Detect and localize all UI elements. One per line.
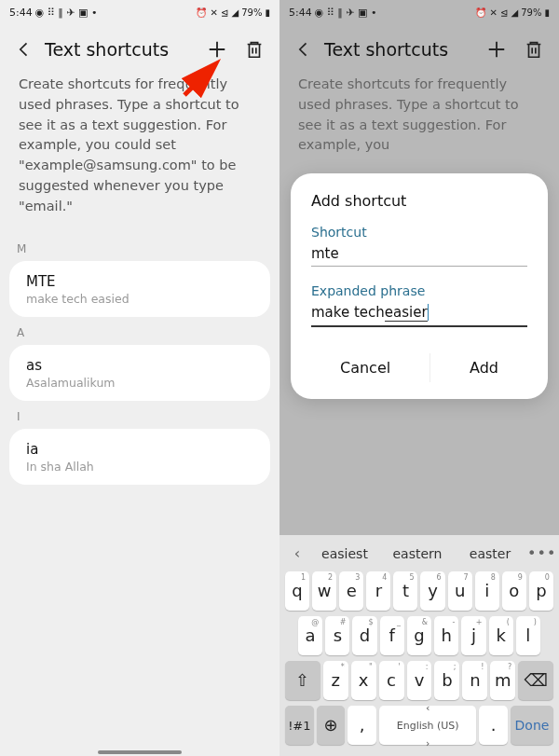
page-title: Text shortcuts [45, 39, 196, 60]
keyboard: ‹ easiest eastern easter ••• 1q2w3e4r5t6… [280, 535, 559, 756]
suggestion-bar: ‹ easiest eastern easter ••• [283, 535, 555, 571]
key-t[interactable]: 5t [393, 571, 417, 611]
description-text: Create shortcuts for frequently used phr… [280, 75, 559, 172]
expanded-input[interactable]: make tech easier [311, 302, 527, 327]
header: Text shortcuts [280, 22, 559, 75]
section-label: I [0, 401, 280, 429]
key-row: ⇧ *z"x'c:v;b!n?m ⌫ [283, 661, 555, 700]
status-icons-right: ⏰ ✕ ⊴ ◢ [475, 7, 518, 18]
divider [429, 353, 430, 382]
status-bar: 5:44 ◉ ⠿ ‖ ✈ ▣ • ⏰ ✕ ⊴ ◢ 79% ▮ [0, 0, 280, 22]
key-v[interactable]: :v [407, 661, 432, 700]
cursor-icon [428, 304, 429, 321]
symbols-key[interactable]: !#1 [285, 706, 314, 745]
suggestion-more-icon[interactable]: ••• [527, 544, 552, 562]
key-d[interactable]: $d [352, 616, 376, 655]
key-e[interactable]: 3e [339, 571, 363, 611]
battery-text: 79% [241, 7, 262, 18]
shortcut-input[interactable] [311, 243, 527, 267]
key-y[interactable]: 6y [420, 571, 444, 611]
globe-key[interactable]: ⊕ [317, 706, 346, 745]
key-w[interactable]: 2w [312, 571, 336, 611]
annotation-arrow [177, 47, 233, 103]
battery-icon: ▮ [265, 7, 270, 18]
key-c[interactable]: 'c [379, 661, 404, 700]
shift-key[interactable]: ⇧ [285, 661, 320, 700]
clock: 5:44 [289, 7, 312, 19]
key-k[interactable]: (k [489, 616, 513, 655]
key-row: !#1 ⊕ , ‹English (US)› . Done [283, 706, 555, 745]
section-label: A [0, 317, 280, 345]
key-a[interactable]: @a [298, 616, 322, 655]
nav-handle[interactable] [98, 750, 182, 754]
shortcut-phrase: In sha Allah [26, 460, 253, 474]
key-z[interactable]: *z [323, 661, 348, 700]
back-icon[interactable] [294, 40, 313, 59]
expanded-field-label: Expanded phrase [311, 283, 527, 298]
space-key[interactable]: ‹English (US)› [379, 706, 476, 745]
description-text: Create shortcuts for frequently used phr… [0, 75, 280, 233]
section-label: M [0, 233, 280, 261]
add-shortcut-dialog: Add shortcut Shortcut Expanded phrase ma… [291, 173, 548, 399]
key-m[interactable]: ?m [490, 661, 515, 700]
battery-icon: ▮ [544, 7, 550, 18]
shortcut-field-label: Shortcut [311, 225, 527, 240]
key-n[interactable]: !n [462, 661, 487, 700]
key-f[interactable]: _f [380, 616, 404, 655]
key-h[interactable]: -h [434, 616, 458, 655]
comma-key[interactable]: , [348, 706, 376, 745]
key-g[interactable]: &g [407, 616, 431, 655]
add-icon[interactable] [486, 39, 507, 60]
suggestion[interactable]: easiest [309, 546, 380, 561]
key-b[interactable]: ;b [434, 661, 459, 700]
key-q[interactable]: 1q [285, 571, 309, 611]
key-x[interactable]: "x [351, 661, 376, 700]
suggestion-back-icon[interactable]: ‹ [287, 544, 307, 562]
key-s[interactable]: #s [325, 616, 349, 655]
key-p[interactable]: 0p [529, 571, 553, 611]
back-icon[interactable] [15, 40, 34, 59]
status-icons-left: ◉ ⠿ ‖ ✈ ▣ • [315, 7, 377, 19]
cancel-button[interactable]: Cancel [321, 353, 409, 382]
key-u[interactable]: 7u [448, 571, 472, 611]
status-icons-right: ⏰ ✕ ⊴ ◢ [196, 7, 239, 18]
key-j[interactable]: +j [461, 616, 485, 655]
key-l[interactable]: )l [516, 616, 540, 655]
suggestion[interactable]: easter [455, 546, 525, 561]
key-r[interactable]: 4r [366, 571, 390, 611]
header: Text shortcuts [0, 22, 280, 75]
battery-text: 79% [521, 7, 541, 18]
backspace-key[interactable]: ⌫ [518, 661, 553, 700]
page-title: Text shortcuts [324, 39, 475, 60]
status-icons-left: ◉ ⠿ ‖ ✈ ▣ • [35, 7, 98, 19]
done-key[interactable]: Done [511, 706, 553, 745]
clock: 5:44 [9, 7, 33, 19]
shortcut-item[interactable]: MTE make tech easied [9, 261, 270, 317]
shortcut-title: ia [26, 441, 253, 458]
delete-icon[interactable] [524, 39, 544, 60]
svg-line-1 [184, 65, 214, 95]
shortcut-item[interactable]: as Asalamualikum [9, 345, 270, 401]
key-row: @a#s$d_f&g-h+j(k)l [283, 616, 555, 655]
key-row: 1q2w3e4r5t6y7u8i9o0p [283, 571, 555, 611]
shortcut-title: MTE [26, 273, 253, 290]
status-bar: 5:44 ◉ ⠿ ‖ ✈ ▣ • ⏰ ✕ ⊴ ◢ 79% ▮ [280, 0, 559, 22]
period-key[interactable]: . [479, 706, 508, 745]
shortcut-phrase: make tech easied [26, 292, 253, 306]
key-i[interactable]: 8i [475, 571, 499, 611]
shortcut-title: as [26, 357, 253, 374]
shortcut-phrase: Asalamualikum [26, 376, 253, 390]
add-button[interactable]: Add [451, 353, 517, 382]
key-o[interactable]: 9o [502, 571, 526, 611]
shortcut-item[interactable]: ia In sha Allah [9, 429, 270, 485]
suggestion[interactable]: eastern [382, 546, 453, 561]
delete-icon[interactable] [244, 39, 265, 60]
dialog-title: Add shortcut [311, 192, 527, 210]
